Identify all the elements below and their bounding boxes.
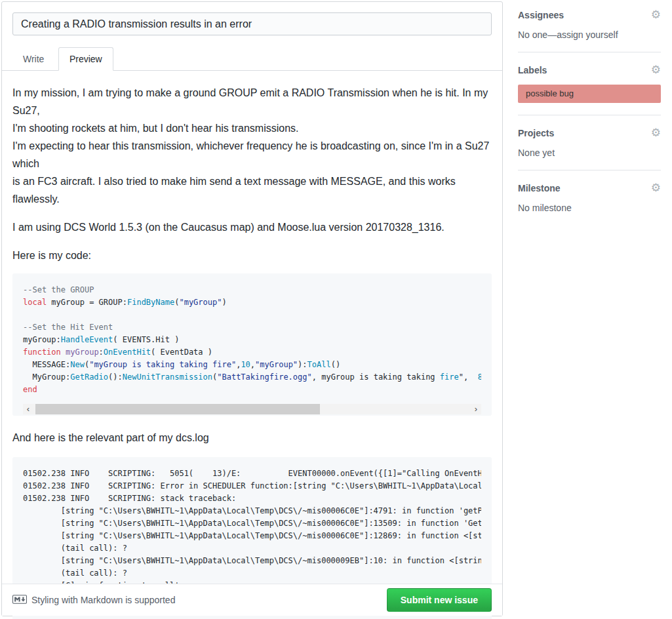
issue-title-input[interactable] (12, 12, 492, 35)
assignees-heading[interactable]: Assignees (518, 10, 564, 20)
issue-body-paragraph-2: I am using DCS World 1.5.3 (on the Cauca… (12, 218, 492, 236)
gear-icon[interactable]: ⚙ (651, 64, 661, 75)
sidebar-section-labels: Labels ⚙ possible bug (518, 64, 661, 115)
issue-sidebar: Assignees ⚙ No one—assign yourself Label… (518, 9, 661, 237)
markdown-note-text: Styling with Markdown is supported (31, 595, 175, 605)
sidebar-section-assignees: Assignees ⚙ No one—assign yourself (518, 9, 661, 52)
labels-heading[interactable]: Labels (518, 65, 547, 75)
label-chip[interactable]: possible bug (518, 85, 661, 103)
code-horizontal-scrollbar[interactable]: ‹ › (23, 404, 481, 414)
lua-code-block: --Set the GROUP local myGroup = GROUP:Fi… (12, 273, 492, 416)
milestone-empty-text: No milestone (518, 203, 661, 213)
gear-icon[interactable]: ⚙ (651, 127, 661, 138)
lua-code: --Set the GROUP local myGroup = GROUP:Fi… (23, 284, 481, 396)
sidebar-section-milestone: Milestone ⚙ No milestone (518, 182, 661, 225)
write-preview-tab-bar: Write Preview (2, 47, 502, 71)
new-issue-form: Write Preview In my mission, I am trying… (1, 1, 503, 616)
gear-icon[interactable]: ⚙ (651, 182, 661, 193)
projects-empty-text: None yet (518, 148, 661, 158)
assignees-empty-text[interactable]: No one—assign yourself (518, 30, 661, 40)
gear-icon[interactable]: ⚙ (651, 9, 661, 20)
tab-write[interactable]: Write (12, 47, 55, 71)
issue-body-paragraph-3: Here is my code: (12, 247, 492, 264)
sidebar-section-projects: Projects ⚙ None yet (518, 127, 661, 170)
tab-preview[interactable]: Preview (58, 47, 113, 71)
scroll-right-icon[interactable]: › (471, 404, 481, 414)
scroll-left-icon[interactable]: ‹ (23, 404, 33, 414)
issue-body-paragraph-4: And here is the relevant part of my dcs.… (12, 429, 492, 447)
markdown-icon (12, 595, 27, 606)
form-footer: Styling with Markdown is supported Submi… (2, 584, 502, 616)
milestone-heading[interactable]: Milestone (518, 183, 561, 193)
scrollbar-track[interactable] (33, 404, 471, 414)
projects-heading[interactable]: Projects (518, 128, 554, 138)
scrollbar-thumb[interactable] (35, 404, 320, 414)
markdown-supported-note[interactable]: Styling with Markdown is supported (12, 595, 175, 606)
submit-new-issue-button[interactable]: Submit new issue (387, 588, 492, 612)
issue-body-paragraph-1: In my mission, I am trying to make a gro… (12, 84, 492, 208)
preview-pane: In my mission, I am trying to make a gro… (2, 71, 502, 619)
